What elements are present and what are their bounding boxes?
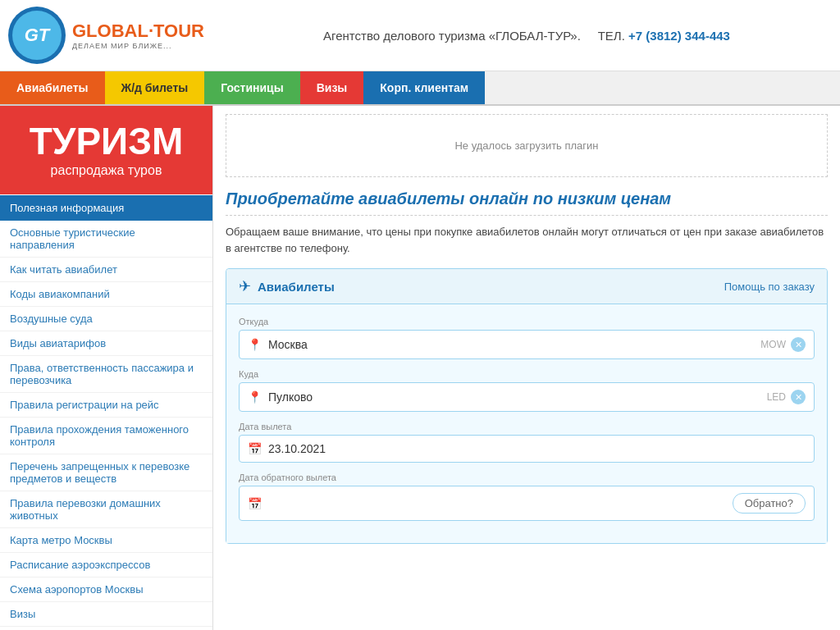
main-layout: ТУРИЗМ распродажа туров Полезная информа… — [0, 106, 840, 630]
main-content: Не удалось загрузить плагин Приобретайте… — [213, 106, 840, 630]
to-code: LED — [767, 391, 786, 403]
logo-icon — [8, 7, 66, 64]
sidebar-link-3[interactable]: Коды авиакомпаний — [0, 282, 212, 307]
useful-info-header: Полезная информация — [0, 195, 212, 221]
sidebar-link-2[interactable]: Как читать авиабилет — [0, 258, 212, 282]
nav-item-corporate[interactable]: Корп. клиентам — [363, 71, 485, 104]
nav-item-visas[interactable]: Визы — [300, 71, 364, 104]
intro-text: Обращаем ваше внимание, что цены при пок… — [226, 224, 828, 256]
logo-text: GLOBAL·TOUR ДЕЛАЕМ МИР БЛИЖЕ... — [72, 21, 204, 50]
plugin-message: Не удалось загрузить плагин — [226, 114, 828, 177]
from-label: Откуда — [239, 317, 815, 326]
location-icon-2: 📍 — [248, 390, 262, 404]
depart-value: 23.10.2021 — [268, 442, 806, 455]
sidebar-link-1[interactable]: Основные туристические направления — [0, 221, 212, 258]
booking-widget: ✈ Авиабилеты Помощь по заказу Откуда 📍 М… — [226, 268, 828, 544]
sidebar-link-4[interactable]: Воздушные суда — [0, 307, 212, 331]
tourism-title: ТУРИЗМ — [12, 122, 200, 160]
to-input[interactable]: 📍 Пулково LED ✕ — [239, 382, 815, 412]
sidebar-link-11[interactable]: Карта метро Москвы — [0, 528, 212, 553]
to-label: Куда — [239, 369, 815, 379]
from-input[interactable]: 📍 Москва MOW ✕ — [239, 330, 815, 359]
tourism-banner[interactable]: ТУРИЗМ распродажа туров — [0, 106, 212, 194]
depart-label: Дата вылета — [239, 422, 815, 431]
sidebar-links: Основные туристические направления Как ч… — [0, 221, 212, 630]
sidebar-link-12[interactable]: Расписание аэроэкспрессов — [0, 553, 212, 578]
flight-icon: ✈ — [239, 277, 251, 295]
nav-item-hotels[interactable]: Гостиницы — [204, 71, 299, 104]
from-clear-button[interactable]: ✕ — [791, 337, 806, 352]
widget-header: ✈ Авиабилеты Помощь по заказу — [226, 269, 827, 304]
header-phone: +7 (3812) 344-443 — [628, 29, 730, 43]
depart-input[interactable]: 📅 23.10.2021 — [239, 435, 815, 463]
page-title: Приобретайте авиабилеты онлайн по низким… — [226, 189, 828, 216]
sidebar-link-8[interactable]: Правила прохождения таможенного контроля — [0, 418, 212, 454]
from-code: MOW — [760, 339, 786, 350]
logo-tagline: ДЕЛАЕМ МИР БЛИЖЕ... — [72, 42, 204, 50]
sidebar-link-10[interactable]: Правила перевозки домашних животных — [0, 491, 212, 528]
main-nav: Авиабилеты Ж/д билеты Гостиницы Визы Кор… — [0, 71, 840, 106]
sidebar-link-7[interactable]: Правила регистрации на рейс — [0, 393, 212, 418]
nav-item-flights[interactable]: Авиабилеты — [0, 71, 105, 104]
calendar-icon-2: 📅 — [248, 497, 262, 510]
sidebar-link-15[interactable]: Деловая информация — [0, 627, 212, 630]
tourism-subtitle: распродажа туров — [12, 163, 200, 178]
from-field-group: Откуда 📍 Москва MOW ✕ — [239, 317, 815, 359]
header: GLOBAL·TOUR ДЕЛАЕМ МИР БЛИЖЕ... Агентств… — [0, 0, 840, 71]
widget-help-link[interactable]: Помощь по заказу — [724, 281, 815, 293]
sidebar: ТУРИЗМ распродажа туров Полезная информа… — [0, 106, 213, 630]
calendar-icon: 📅 — [248, 442, 262, 455]
sidebar-link-6[interactable]: Права, ответственность пассажира и перев… — [0, 356, 212, 393]
sidebar-link-14[interactable]: Визы — [0, 602, 212, 627]
location-icon: 📍 — [248, 338, 262, 351]
sidebar-link-5[interactable]: Виды авиатарифов — [0, 331, 212, 356]
from-value: Москва — [268, 338, 760, 351]
to-field-group: Куда 📍 Пулково LED ✕ — [239, 369, 815, 412]
return-label: Дата обратного вылета — [239, 472, 815, 482]
sidebar-link-9[interactable]: Перечень запрещенных к перевозке предмет… — [0, 454, 212, 491]
sidebar-link-13[interactable]: Схема аэропортов Москвы — [0, 578, 212, 602]
widget-tab[interactable]: ✈ Авиабилеты — [239, 277, 335, 295]
widget-tab-label: Авиабилеты — [258, 280, 335, 294]
widget-body: Откуда 📍 Москва MOW ✕ Куда 📍 Пулково LED — [226, 304, 827, 543]
to-value: Пулково — [268, 390, 767, 404]
return-input[interactable]: 📅 Обратно? — [239, 486, 815, 521]
logo-area: GLOBAL·TOUR ДЕЛАЕМ МИР БЛИЖЕ... — [8, 7, 221, 64]
to-clear-button[interactable]: ✕ — [791, 390, 806, 404]
nav-item-trains[interactable]: Ж/д билеты — [105, 71, 205, 104]
return-field-group: Дата обратного вылета 📅 Обратно? — [239, 472, 815, 521]
logo-brand: GLOBAL·TOUR — [72, 21, 204, 42]
header-agency: Агентство делового туризма «ГЛОБАЛ-ТУР».… — [221, 29, 832, 43]
return-button[interactable]: Обратно? — [733, 493, 806, 514]
depart-field-group: Дата вылета 📅 23.10.2021 — [239, 422, 815, 463]
